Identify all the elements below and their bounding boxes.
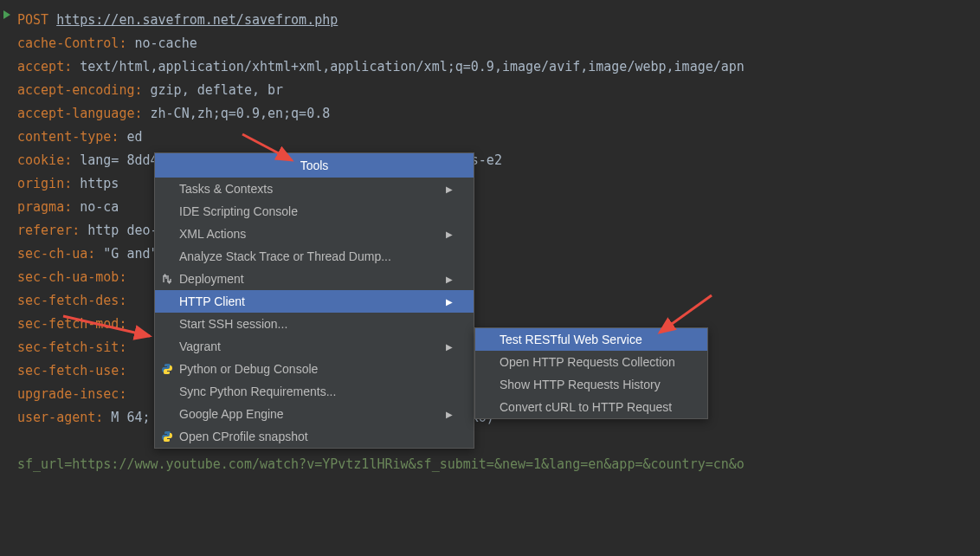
header-line: content-type: ed — [17, 126, 980, 149]
menu-item-open-cprofile-snapshot[interactable]: Open CProfile snapshot — [155, 425, 474, 448]
header-colon: : — [87, 246, 95, 262]
submenu-arrow-icon: ▶ — [446, 297, 453, 307]
header-colon: : — [64, 199, 72, 215]
tools-context-menu: Tools Tasks & Contexts▶IDE Scripting Con… — [154, 152, 474, 449]
svg-marker-2 — [167, 281, 171, 284]
header-colon: : — [119, 269, 126, 285]
header-colon: : — [134, 82, 142, 98]
submenu-item-label: Show HTTP Requests History — [500, 378, 661, 391]
request-line: POST https://en.savefrom.net/savefrom.ph… — [17, 9, 980, 32]
menu-title: Tools — [155, 153, 474, 178]
menu-item-label: HTTP Client — [179, 294, 245, 308]
header-name: user-agent — [17, 410, 95, 425]
http-client-submenu: Test RESTful Web ServiceOpen HTTP Reques… — [474, 327, 708, 419]
menu-item-label: Start SSH session... — [179, 317, 287, 331]
header-colon: : — [64, 152, 72, 168]
submenu-item-label: Open HTTP Requests Collection — [500, 355, 675, 369]
run-gutter-icon[interactable] — [2, 10, 12, 20]
menu-item-label: Sync Python Requirements... — [179, 385, 336, 398]
header-name: referer — [17, 223, 72, 238]
python-icon — [160, 430, 174, 443]
menu-item-label: Deployment — [179, 272, 244, 286]
header-name: accept-language — [17, 106, 134, 121]
submenu-arrow-icon: ▶ — [446, 410, 453, 419]
submenu-item-test-restful-web-service[interactable]: Test RESTful Web Service — [475, 328, 707, 351]
menu-item-label: Vagrant — [179, 339, 221, 353]
submenu-item-label: Convert cURL to HTTP Request — [500, 400, 672, 414]
submenu-arrow-icon: ▶ — [446, 275, 453, 284]
header-colon: : — [119, 386, 126, 402]
menu-item-label: Python or Debug Console — [179, 362, 318, 376]
header-colon: : — [64, 59, 72, 74]
menu-item-vagrant[interactable]: Vagrant▶ — [155, 335, 474, 358]
submenu-item-label: Test RESTful Web Service — [500, 333, 642, 346]
menu-item-xml-actions[interactable]: XML Actions▶ — [155, 223, 474, 245]
header-colon: : — [119, 293, 126, 308]
submenu-item-open-http-requests-collection[interactable]: Open HTTP Requests Collection — [475, 351, 707, 373]
header-line: cache-Control: no-cache — [17, 32, 980, 55]
header-colon: : — [134, 106, 142, 121]
header-value: zh-CN,zh;q=0.9,en;q=0.8 — [143, 106, 331, 121]
menu-item-tasks-contexts[interactable]: Tasks & Contexts▶ — [155, 178, 474, 200]
menu-item-label: Google App Engine — [179, 407, 284, 421]
header-colon: : — [119, 339, 126, 355]
header-value: gzip, deflate, br — [143, 82, 284, 98]
header-line: accept-encoding: gzip, deflate, br — [17, 79, 980, 102]
menu-item-label: Tasks & Contexts — [179, 182, 273, 196]
header-name: accept — [17, 59, 64, 74]
header-value: text/html,application/xhtml+xml,applicat… — [72, 59, 745, 74]
header-name: content-type — [17, 129, 111, 145]
menu-item-python-or-debug-console[interactable]: Python or Debug Console — [155, 358, 474, 380]
header-colon: : — [64, 176, 72, 191]
header-value: no-cache — [126, 36, 197, 51]
menu-item-label: Open CProfile snapshot — [179, 430, 308, 443]
http-method: POST — [17, 12, 48, 28]
header-colon: : — [119, 316, 126, 332]
request-url[interactable]: https://en.savefrom.net/savefrom.php — [56, 12, 338, 28]
header-name: sec-ch-ua — [17, 246, 87, 262]
menu-item-deployment[interactable]: Deployment▶ — [155, 268, 474, 290]
header-name: cookie — [17, 152, 64, 168]
header-name: sec-ch-ua-mob — [17, 269, 119, 285]
header-name: sec-fetch-sit — [17, 339, 119, 355]
python-icon — [160, 362, 174, 376]
submenu-item-show-http-requests-history[interactable]: Show HTTP Requests History — [475, 373, 707, 396]
svg-marker-1 — [163, 274, 167, 276]
header-name: upgrade-insec — [17, 386, 119, 402]
header-line: accept: text/html,application/xhtml+xml,… — [17, 55, 980, 79]
menu-item-sync-python-requirements[interactable]: Sync Python Requirements... — [155, 380, 474, 403]
menu-item-start-ssh-session[interactable]: Start SSH session... — [155, 313, 474, 335]
menu-item-label: IDE Scripting Console — [179, 204, 298, 218]
request-body: sf_url=https://www.youtube.com/watch?v=Y… — [17, 453, 980, 476]
header-name: sec-fetch-use — [17, 363, 119, 378]
header-line: accept-language: zh-CN,zh;q=0.9,en;q=0.8 — [17, 102, 980, 126]
menu-item-label: Analyze Stack Trace or Thread Dump... — [179, 249, 391, 263]
header-name: origin — [17, 176, 64, 191]
menu-item-http-client[interactable]: HTTP Client▶ — [155, 290, 474, 313]
header-value: ed — [119, 129, 142, 145]
header-colon: : — [119, 363, 126, 378]
header-name: sec-fetch-des — [17, 293, 119, 308]
menu-item-analyze-stack-trace-or-thread-dump[interactable]: Analyze Stack Trace or Thread Dump... — [155, 245, 474, 268]
header-name: pragma — [17, 199, 64, 215]
submenu-arrow-icon: ▶ — [446, 184, 453, 194]
submenu-arrow-icon: ▶ — [446, 342, 453, 352]
header-colon: : — [72, 223, 80, 238]
header-name: accept-encoding — [17, 82, 134, 98]
header-value: https — [72, 176, 119, 191]
header-colon: : — [95, 410, 103, 425]
menu-item-google-app-engine[interactable]: Google App Engine▶ — [155, 403, 474, 425]
menu-item-ide-scripting-console[interactable]: IDE Scripting Console — [155, 200, 474, 223]
deploy-icon — [160, 272, 174, 286]
menu-item-label: XML Actions — [179, 227, 246, 241]
svg-marker-0 — [3, 10, 10, 19]
submenu-item-convert-curl-to-http-request[interactable]: Convert cURL to HTTP Request — [475, 396, 707, 418]
header-value: no-ca — [72, 199, 119, 215]
header-name: cache-Control — [17, 36, 119, 51]
submenu-arrow-icon: ▶ — [446, 230, 453, 239]
header-name: sec-fetch-mod — [17, 316, 119, 332]
